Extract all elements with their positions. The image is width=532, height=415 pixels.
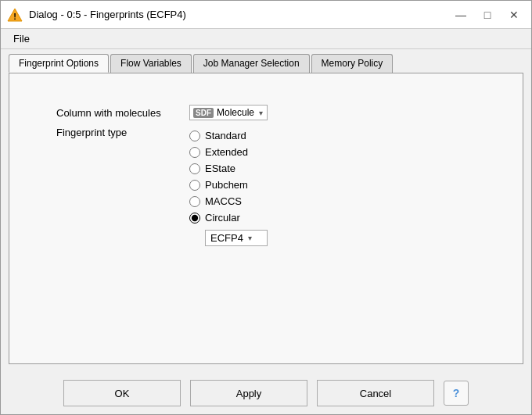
ecfp-value: ECFP4 [210,232,243,244]
tab-fingerprint-options[interactable]: Fingerprint Options [9,54,109,73]
footer: OK Apply Cancel ? [1,372,531,414]
tab-flow-variables[interactable]: Flow Variables [110,54,192,73]
molecule-dropdown[interactable]: SDF Molecule ▾ [189,105,268,120]
ecfp-dropdown-arrow-icon: ▾ [248,234,252,242]
tab-memory-policy[interactable]: Memory Policy [311,54,394,73]
close-button[interactable]: ✕ [503,5,525,24]
fingerprint-label: Fingerprint type [56,127,189,138]
dropdown-arrow-icon: ▾ [259,109,263,117]
panel-inner: Column with molecules SDF Molecule ▾ Fin… [25,89,507,268]
title-bar: ! Dialog - 0:5 - Fingerprints (ECFP4) — … [1,1,531,29]
column-label: Column with molecules [56,107,189,119]
radio-input-extended[interactable] [189,147,200,158]
radio-input-standard[interactable] [189,131,200,141]
radio-maccs[interactable]: MACCS [189,195,268,207]
apply-button[interactable]: Apply [190,380,307,406]
fingerprint-radio-group: Standard Extended EState Pubchem [189,130,268,246]
sdf-badge: SDF [193,108,214,118]
help-button[interactable]: ? [444,381,469,406]
column-row: Column with molecules SDF Molecule ▾ [56,105,268,120]
svg-text:!: ! [13,12,16,21]
radio-input-maccs[interactable] [189,196,200,207]
radio-input-estate[interactable] [189,163,200,174]
radio-label-extended: Extended [205,146,248,158]
tab-panel-fingerprint: Column with molecules SDF Molecule ▾ Fin… [9,73,523,364]
radio-input-circular[interactable] [189,213,200,224]
tab-job-manager-selection[interactable]: Job Manager Selection [193,54,310,73]
warning-icon: ! [7,7,23,23]
radio-label-standard: Standard [205,130,246,141]
radio-label-estate: EState [205,163,235,174]
menu-bar: File [1,29,531,49]
ecfp-dropdown[interactable]: ECFP4 ▾ [205,230,268,246]
radio-extended[interactable]: Extended [189,146,268,158]
file-menu[interactable]: File [7,31,36,46]
main-window: ! Dialog - 0:5 - Fingerprints (ECFP4) — … [0,0,532,415]
tabs-bar: Fingerprint Options Flow Variables Job M… [1,49,531,73]
radio-input-pubchem[interactable] [189,180,200,191]
ok-button[interactable]: OK [63,380,181,406]
cancel-button[interactable]: Cancel [317,380,434,406]
radio-label-maccs: MACCS [205,195,242,207]
window-title: Dialog - 0:5 - Fingerprints (ECFP4) [29,9,450,20]
content-area: Column with molecules SDF Molecule ▾ Fin… [1,73,531,372]
title-bar-controls: — □ ✕ [450,5,525,24]
radio-standard[interactable]: Standard [189,130,268,141]
maximize-button[interactable]: □ [476,5,498,24]
molecule-value: Molecule [217,107,254,118]
radio-circular[interactable]: Circular [189,212,268,224]
radio-pubchem[interactable]: Pubchem [189,179,268,191]
radio-label-pubchem: Pubchem [205,179,248,191]
fingerprint-type-row: Fingerprint type Standard Extended ES [56,127,268,246]
radio-estate[interactable]: EState [189,163,268,174]
minimize-button[interactable]: — [450,5,472,24]
radio-label-circular: Circular [205,212,240,224]
